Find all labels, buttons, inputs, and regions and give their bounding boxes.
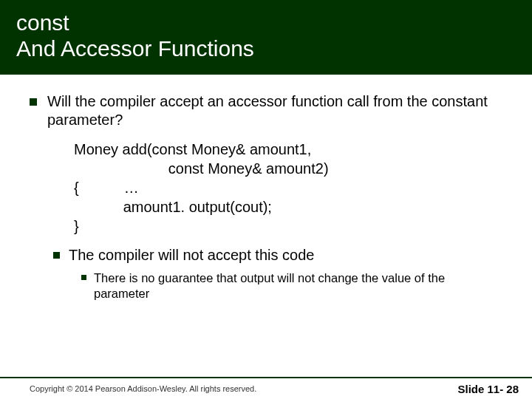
footer: Copyright © 2014 Pearson Addison-Wesley.… (0, 377, 532, 399)
copyright-text: Copyright © 2014 Pearson Addison-Wesley.… (30, 384, 256, 393)
bullet-level-2: The compiler will not accept this code (53, 246, 502, 265)
title-line2: And Accessor Functions (16, 36, 516, 62)
square-bullet-icon (81, 275, 86, 280)
bullet1-text: Will the compiler accept an accessor fun… (47, 92, 502, 129)
slide: const And Accessor Functions Will the co… (0, 0, 532, 399)
title-line1: const (16, 10, 516, 36)
bullet-level-3: There is no guarantee that output will n… (81, 270, 502, 301)
square-bullet-icon (30, 98, 37, 106)
title-bar: const And Accessor Functions (0, 0, 532, 75)
bullet-level-1: Will the compiler accept an accessor fun… (30, 92, 502, 129)
slide-body: Will the compiler accept an accessor fun… (0, 75, 532, 301)
slide-number: Slide 11- 28 (457, 383, 519, 395)
square-bullet-icon (53, 252, 60, 259)
code-block: Money add(const Money& amount1, const Mo… (74, 140, 502, 236)
bullet3-text: There is no guarantee that output will n… (94, 270, 502, 301)
bullet2-text: The compiler will not accept this code (69, 246, 502, 265)
